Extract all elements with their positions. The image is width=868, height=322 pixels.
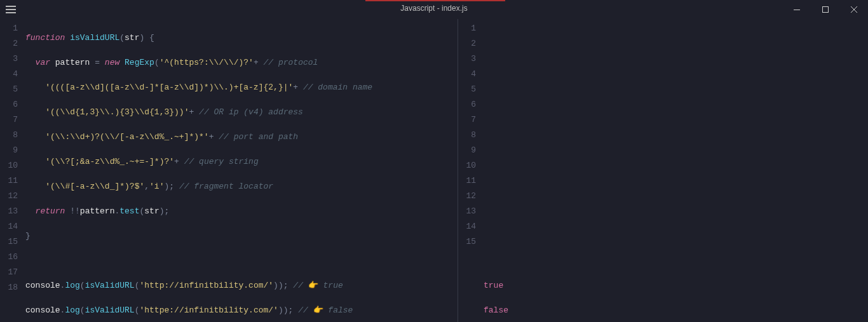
window-controls [782, 0, 868, 19]
comment: // [298, 305, 313, 315]
string: 'i' [149, 182, 164, 191]
close-button[interactable] [839, 0, 868, 19]
point-right-icon: 👉 [308, 281, 318, 290]
string: 'http://infinitbility.com/' [139, 281, 273, 290]
comment: // query string [184, 157, 259, 166]
string: '((([a-z\\d]([a-z\\d-]*[a-z\\d])*)\\.)+[… [45, 83, 293, 92]
svg-rect-0 [794, 10, 800, 10]
punct: + [189, 107, 199, 117]
line-gutter-right: 123456789101112131415 [458, 19, 480, 250]
keyword: new [105, 58, 125, 67]
punct: ); [164, 182, 179, 191]
punct: + [293, 83, 303, 92]
indent [25, 107, 45, 117]
obj: console [25, 281, 60, 290]
tab-indicator [365, 0, 505, 1]
punct: !! [70, 206, 80, 216]
output-pane[interactable]: 123456789101112131415 true false ' Valid… [458, 19, 868, 322]
string: 'httpe://infinitbility.com/' [139, 305, 278, 315]
punct: = [95, 58, 105, 67]
punct: ( [80, 281, 85, 290]
method: test [119, 206, 139, 216]
var: pattern [80, 206, 115, 216]
punct: ( [80, 305, 85, 315]
keyword: return [25, 206, 70, 216]
svg-rect-1 [822, 7, 828, 13]
comment: true [318, 281, 343, 290]
method: log [65, 281, 79, 290]
line-gutter-left: 123456789101112131415161718 [0, 19, 22, 295]
output-value: false [484, 305, 508, 315]
code-content-left[interactable]: function isValidURL(str) { var pattern =… [25, 19, 458, 322]
obj: console [25, 305, 60, 315]
punct: , [144, 182, 149, 191]
punct: + [174, 157, 184, 166]
string: '(\\#[-a-z\\d_]*)?$' [45, 182, 144, 191]
indent [25, 157, 45, 166]
fn: isValidURL [85, 305, 135, 315]
punct: + [209, 132, 219, 142]
comment: // port and path [219, 132, 298, 142]
comment: // OR ip (v4) address [199, 107, 303, 117]
punct: )); [273, 281, 293, 290]
hamburger-menu-icon[interactable] [1, 0, 20, 19]
comment: // protocol [264, 58, 318, 67]
function-name: isValidURL [70, 33, 119, 43]
indent [25, 83, 45, 92]
punct: )); [278, 305, 298, 315]
output-content: true false ' Valid URL' [484, 19, 868, 322]
fn: isValidURL [85, 281, 135, 290]
punct: + [254, 58, 264, 67]
method: log [65, 305, 79, 315]
titlebar: Javascript - index.js [0, 0, 868, 19]
comment: // domain name [303, 83, 372, 92]
string: '^(https?:\\/\\/)?' [159, 58, 254, 67]
code-pane[interactable]: 123456789101112131415161718 function isV… [0, 19, 458, 322]
window-title: Javascript - index.js [400, 4, 467, 13]
punct: ( [154, 58, 159, 67]
output-value: true [484, 281, 503, 290]
comment: // fragment locator [179, 182, 273, 191]
keyword: var [25, 58, 55, 67]
minimize-button[interactable] [782, 0, 811, 19]
keyword: function [25, 33, 70, 43]
string: '(\\:\\d+)?(\\/[-a-z\\d%_.~+]*)*' [45, 132, 208, 142]
string: '(\\?[;&a-z\\d%_.~+=-]*)?' [45, 157, 174, 166]
editor-split: 123456789101112131415161718 function isV… [0, 19, 868, 322]
punct: ( [119, 33, 125, 43]
var: str [144, 206, 159, 216]
class: RegExp [125, 58, 154, 67]
punct: ); [159, 206, 170, 216]
param: str [125, 33, 139, 43]
indent [25, 132, 45, 142]
point-right-icon: 👉 [313, 305, 323, 315]
punct: ) { [139, 33, 154, 43]
string: '((\\d{1,3}\\.){3}\\d{1,3}))' [45, 107, 189, 117]
punct: } [25, 231, 31, 241]
comment: false [323, 305, 353, 315]
indent [25, 182, 45, 191]
var: pattern [55, 58, 95, 67]
comment: // [293, 281, 308, 290]
maximize-button[interactable] [811, 0, 839, 19]
